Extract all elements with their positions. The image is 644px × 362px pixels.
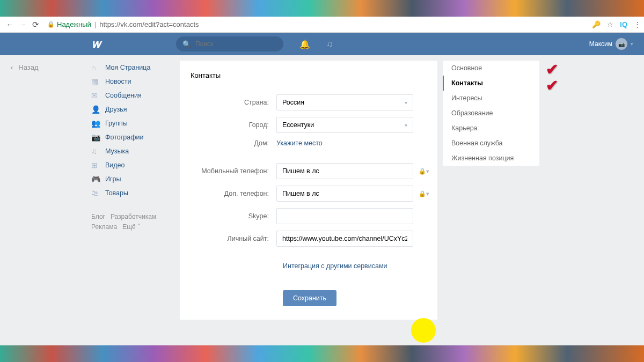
back-link[interactable]: ‹ Назад <box>11 63 39 71</box>
footer-more[interactable]: Ещё ˅ <box>122 223 141 231</box>
integration-link[interactable]: Интеграция с другими сервисами <box>283 262 387 270</box>
vk-logo[interactable]: ᴡ <box>91 37 101 51</box>
mobile-input[interactable] <box>276 163 413 179</box>
footer-dev[interactable]: Разработчикам <box>111 213 156 220</box>
footer-links: БлогРазработчикам РекламаЕщё ˅ <box>91 212 177 232</box>
chrome-menu-icon[interactable]: ⋮ <box>634 20 641 28</box>
decorative-bg-top <box>0 0 644 17</box>
notifications-icon[interactable]: 🔔 <box>299 39 310 49</box>
menu-video[interactable]: ⊞Видео <box>91 158 177 172</box>
tab-interests[interactable]: Интересы <box>443 91 539 106</box>
settings-tabs: Основное Контакты Интересы Образование К… <box>443 61 539 166</box>
games-icon: 🎮 <box>91 175 105 183</box>
decorative-bg-bottom <box>0 345 644 362</box>
search-input[interactable] <box>195 40 276 48</box>
house-label: Дом: <box>180 139 276 147</box>
video-icon: ⊞ <box>91 161 105 169</box>
save-button[interactable]: Сохранить <box>283 290 336 306</box>
footer-blog[interactable]: Блог <box>91 213 105 220</box>
menu-music[interactable]: ♫Музыка <box>91 144 177 158</box>
news-icon: ▦ <box>91 77 105 86</box>
menu-groups[interactable]: 👥Группы <box>91 116 177 130</box>
cursor-highlight <box>411 318 436 343</box>
avatar: 📷 <box>616 38 627 50</box>
address-bar[interactable]: 🔒 Надежный | https://vk.com/edit?act=con… <box>47 20 592 28</box>
country-label: Страна: <box>180 99 276 106</box>
chevron-down-icon: ▾ <box>405 100 407 106</box>
site-label: Личный сайт: <box>180 235 276 242</box>
music-icon[interactable]: ♫ <box>326 39 333 49</box>
tab-military[interactable]: Военная служба <box>443 136 539 151</box>
page-title: Контакты <box>191 71 437 79</box>
vk-header: ᴡ 🔍 🔔 ♫ Максим 📷 ▾ <box>0 33 644 55</box>
footer-ads[interactable]: Реклама <box>91 223 117 231</box>
user-menu[interactable]: Максим 📷 ▾ <box>589 38 633 50</box>
tab-career[interactable]: Карьера <box>443 121 539 136</box>
menu-friends[interactable]: 👤Друзья <box>91 102 177 116</box>
tab-position[interactable]: Жизненная позиция <box>443 151 539 166</box>
nav-back-button[interactable]: ← <box>3 18 16 31</box>
music-left-icon: ♫ <box>91 147 105 156</box>
back-chevron-icon: ‹ <box>11 63 13 71</box>
messages-icon: ✉ <box>91 91 105 100</box>
key-icon[interactable]: 🔑 <box>592 20 601 28</box>
country-select[interactable]: Россия▾ <box>276 94 413 110</box>
privacy-icon[interactable]: 🔒▾ <box>416 168 431 175</box>
city-select[interactable]: Ессентуки▾ <box>276 117 413 133</box>
skype-input[interactable] <box>276 208 413 224</box>
form-panel: Контакты Страна: Россия▾ Город: Ессентук… <box>180 61 437 320</box>
user-name: Максим <box>589 40 612 48</box>
search-box[interactable]: 🔍 <box>176 36 283 51</box>
mobile-label: Мобильный телефон: <box>180 167 276 175</box>
market-icon: 🛍 <box>91 189 105 197</box>
alt-phone-input[interactable] <box>276 186 413 202</box>
url-text: https://vk.com/edit?act=contacts <box>99 20 199 28</box>
menu-news[interactable]: ▦Новости <box>91 75 177 88</box>
tab-main[interactable]: Основное <box>443 61 539 76</box>
search-icon: 🔍 <box>182 40 191 48</box>
browser-chrome: ← → ⟳ 🔒 Надежный | https://vk.com/edit?a… <box>0 17 644 33</box>
privacy-icon[interactable]: 🔒▾ <box>416 190 431 197</box>
site-input[interactable] <box>276 231 413 247</box>
skype-label: Skype: <box>180 212 276 220</box>
tab-education[interactable]: Образование <box>443 106 539 121</box>
home-icon: ⌂ <box>91 63 105 72</box>
menu-my-page[interactable]: ⌂Моя Страница <box>91 61 177 75</box>
annotation-check-icon: ✔ <box>546 61 558 78</box>
tab-contacts[interactable]: Контакты <box>443 76 539 91</box>
reload-button[interactable]: ⟳ <box>29 18 42 31</box>
menu-messages[interactable]: ✉Сообщения <box>91 88 177 102</box>
menu-games[interactable]: 🎮Игры <box>91 172 177 186</box>
friends-icon: 👤 <box>91 105 105 114</box>
bookmark-star-icon[interactable]: ☆ <box>607 20 613 28</box>
menu-market[interactable]: 🛍Товары <box>91 186 177 200</box>
alt-phone-label: Доп. телефон: <box>180 190 276 197</box>
groups-icon: 👥 <box>91 119 105 128</box>
secure-label: Надежный <box>57 20 91 28</box>
menu-photos[interactable]: 📷Фотографии <box>91 130 177 144</box>
nav-forward-button[interactable]: → <box>16 18 29 31</box>
photos-icon: 📷 <box>91 133 105 142</box>
annotation-check-icon: ✔ <box>546 77 558 94</box>
lock-icon: 🔒 <box>47 21 55 28</box>
left-menu: ⌂Моя Страница ▦Новости ✉Сообщения 👤Друзь… <box>91 61 177 232</box>
extension-iq-icon[interactable]: IQ <box>620 20 627 28</box>
chevron-down-icon: ▾ <box>405 122 407 128</box>
house-link[interactable]: Укажите место <box>276 139 323 147</box>
city-label: Город: <box>180 121 276 129</box>
chevron-down-icon: ▾ <box>631 41 633 47</box>
